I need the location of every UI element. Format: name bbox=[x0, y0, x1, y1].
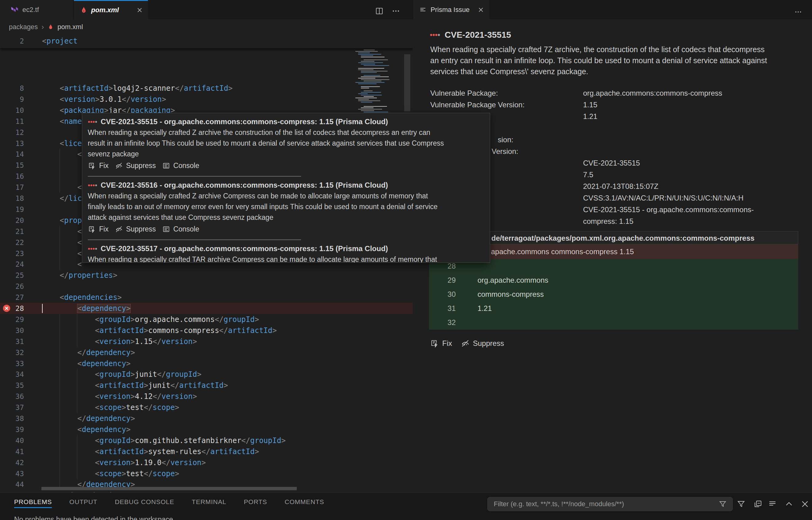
fix-label: Fix bbox=[442, 339, 452, 348]
field-value: CVE-2021-35515 bbox=[583, 157, 767, 169]
text-cursor bbox=[42, 304, 43, 313]
view-as-table-icon[interactable] bbox=[768, 499, 777, 509]
word-highlight: <dependency> bbox=[77, 304, 130, 313]
diff-added-row: 32 bbox=[429, 315, 798, 330]
code-text: <version>4.12</version> bbox=[95, 391, 197, 402]
description-line: When reading a specially crafted 7Z arch… bbox=[430, 44, 767, 55]
console-button[interactable]: Console bbox=[162, 162, 199, 170]
field-row: Vulnerable Package Version:1.15 bbox=[430, 99, 802, 111]
code-editor[interactable]: 8<artifactId>log4j2-scanner</artifactId>… bbox=[0, 34, 413, 492]
action-label: Fix bbox=[99, 162, 108, 170]
code-text: < bbox=[77, 248, 82, 259]
breadcrumb-file[interactable]: pom.xml bbox=[57, 23, 83, 31]
tooltip-actions: FixSuppressConsole bbox=[88, 223, 484, 235]
collapse-all-icon[interactable] bbox=[754, 499, 763, 509]
maximize-panel-icon[interactable] bbox=[784, 499, 794, 509]
line-number: 40 bbox=[0, 435, 24, 446]
tooltip-title-text: CVE-2021-35516 - org.apache.commons:comm… bbox=[101, 180, 388, 191]
panel-tab-comments[interactable]: COMMENTS bbox=[285, 497, 324, 508]
field-value: 7.5 bbox=[583, 169, 767, 181]
line-number: 15 bbox=[0, 160, 24, 171]
code-line: 29<groupId>org.apache.commons</groupId> bbox=[0, 314, 413, 325]
code-text: <artifactId>log4j2-scanner</artifactId> bbox=[60, 83, 233, 94]
code-line: 43<scope>test</scope> bbox=[0, 468, 413, 479]
code-text: < bbox=[77, 182, 82, 193]
close-panel-icon[interactable] bbox=[800, 499, 810, 509]
diff-added-row: 29org.apache.commons bbox=[429, 273, 798, 287]
panel-tab-ports[interactable]: PORTS bbox=[244, 497, 267, 508]
tooltip-section: CVE-2021-35515 - org.apache.commons:comm… bbox=[88, 116, 484, 172]
close-icon[interactable] bbox=[477, 6, 484, 13]
filter-funnel-icon[interactable] bbox=[718, 500, 727, 508]
severity-dots-icon bbox=[88, 120, 98, 124]
code-text: <version>1.15</version> bbox=[95, 336, 197, 347]
tooltip-description-line: When reading a specially crafted Z archi… bbox=[88, 191, 484, 202]
code-text: <project bbox=[42, 35, 78, 47]
breadcrumb[interactable]: packages › pom.xml bbox=[0, 19, 413, 34]
field-label: Vulnerable Package: bbox=[430, 87, 583, 99]
suppress-button[interactable]: Suppress bbox=[461, 339, 504, 348]
tab-prisma-issue[interactable]: Prisma Issue bbox=[413, 0, 489, 19]
line-number: 11 bbox=[0, 116, 24, 127]
tab-label: ec2.tf bbox=[22, 6, 39, 14]
fix-button[interactable]: Fix bbox=[88, 225, 108, 233]
breadcrumb-folder[interactable]: packages bbox=[9, 23, 38, 31]
code-text: < bbox=[77, 237, 82, 248]
output-list-icon bbox=[419, 6, 426, 14]
code-line: 32</dependency> bbox=[0, 347, 413, 358]
panel-tab-debug-console[interactable]: DEBUG CONSOLE bbox=[115, 497, 174, 508]
code-text: <scope>test</scope> bbox=[95, 468, 179, 479]
code-line: 28<dependency> bbox=[0, 303, 413, 314]
line-number: 2 bbox=[0, 35, 24, 47]
code-line: 39<dependency> bbox=[0, 424, 413, 435]
filter-icon[interactable] bbox=[737, 499, 746, 509]
code-text: <dependencies> bbox=[60, 292, 122, 303]
console-button[interactable]: Console bbox=[162, 225, 199, 233]
error-icon bbox=[2, 304, 11, 312]
tab-pom-xml[interactable]: pom.xml bbox=[74, 0, 148, 19]
close-icon[interactable] bbox=[136, 7, 143, 14]
more-actions-icon[interactable] bbox=[392, 7, 400, 15]
field-value: CVSS:3.1/AV:N/AC:L/PR:N/UI:N/S:U/C:N/I:N… bbox=[583, 192, 767, 204]
fix-button[interactable]: Fix bbox=[88, 162, 108, 170]
line-number: 19 bbox=[0, 204, 24, 215]
tab-label: pom.xml bbox=[91, 6, 119, 14]
filter-input[interactable] bbox=[488, 500, 718, 508]
description-line: services that use Compress\' sevenz pack… bbox=[430, 66, 767, 77]
horizontal-scrollbar[interactable] bbox=[42, 487, 297, 490]
tooltip-description-line: result in an infinite loop This could be… bbox=[88, 138, 484, 149]
line-number: 17 bbox=[0, 182, 24, 193]
suppress-icon bbox=[115, 225, 123, 233]
tab-ec2-tf[interactable]: ec2.tf bbox=[0, 0, 74, 19]
diff-added-row: 311.21 bbox=[429, 302, 798, 315]
code-line: 37<scope>test</scope> bbox=[0, 402, 413, 413]
line-number: 32 bbox=[0, 347, 24, 358]
field-label: Vulnerable Package Version: bbox=[430, 99, 583, 111]
terraform-icon bbox=[10, 6, 18, 14]
code-text: < bbox=[77, 259, 82, 270]
panel-tab-problems[interactable]: PROBLEMS bbox=[14, 497, 52, 508]
code-text: <dependency> bbox=[77, 358, 130, 369]
action-label: Suppress bbox=[126, 225, 156, 233]
description-line: an entry can result in an infinite loop.… bbox=[430, 55, 767, 66]
vertical-scrollbar[interactable] bbox=[404, 54, 410, 111]
panel-tab-output[interactable]: OUTPUT bbox=[69, 497, 97, 508]
suppress-button[interactable]: Suppress bbox=[115, 225, 156, 233]
split-editor-icon[interactable] bbox=[375, 7, 384, 15]
console-icon bbox=[162, 225, 170, 233]
line-number: 12 bbox=[0, 127, 24, 138]
severity-dots-icon bbox=[430, 33, 440, 37]
panel-tab-terminal[interactable]: TERMINAL bbox=[192, 497, 226, 508]
suppress-button[interactable]: Suppress bbox=[115, 162, 156, 170]
more-actions-icon[interactable] bbox=[794, 8, 802, 16]
code-line: 40<groupId>com.github.stefanbirkner</gro… bbox=[0, 435, 413, 446]
line-number: 39 bbox=[0, 424, 24, 435]
problems-filter[interactable] bbox=[487, 497, 733, 511]
editor-group-2-tabbar: Prisma Issue bbox=[413, 0, 812, 19]
diff-added-row: 30commons-compress bbox=[429, 287, 798, 302]
fix-button[interactable]: Fix bbox=[430, 339, 452, 348]
maven-flame-icon bbox=[48, 24, 54, 30]
diff-line-text: 1.21 bbox=[477, 302, 492, 315]
fix-icon bbox=[88, 225, 96, 233]
line-number: 21 bbox=[0, 226, 24, 237]
